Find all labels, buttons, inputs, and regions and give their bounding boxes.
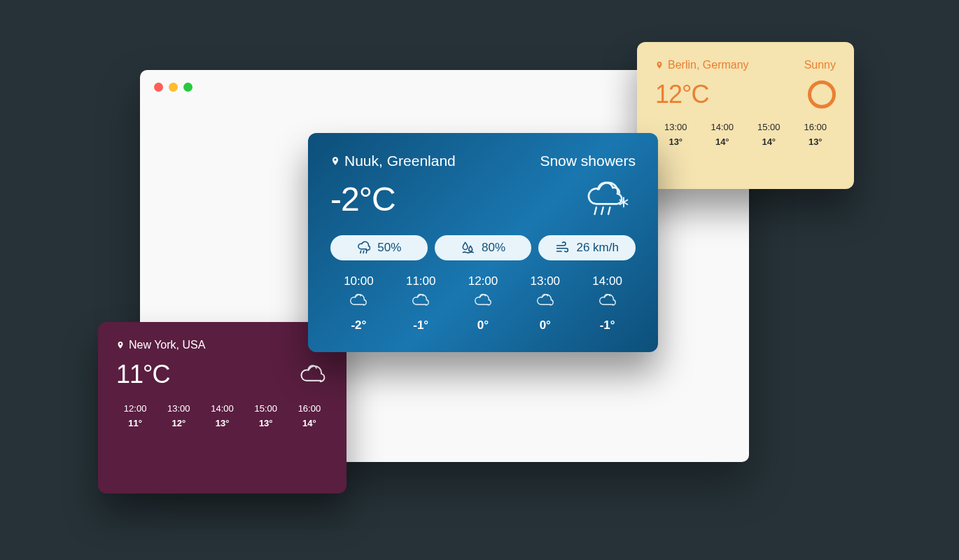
rain-icon: [356, 241, 370, 255]
current-temp: -2°C: [330, 180, 396, 218]
maximize-icon[interactable]: [183, 83, 192, 92]
hour-temp: 13°: [203, 418, 241, 428]
hour-slot: 13:0013°: [655, 122, 696, 147]
hour-slot: 12:0011°: [116, 403, 154, 428]
hour-time: 14:00: [702, 122, 743, 132]
hour-temp: 14°: [748, 136, 790, 147]
hour-slot: 10:00-2°: [330, 274, 387, 332]
weather-card-berlin: Berlin, Germany Sunny 12°C 13:0013° 14:0…: [637, 42, 854, 189]
hour-time: 12:00: [116, 403, 154, 414]
hour-slot: 12:000°: [455, 274, 512, 332]
hour-temp: 13°: [247, 418, 285, 428]
hour-slot: 14:00-1°: [579, 274, 636, 332]
hour-slot: 14:0014°: [702, 122, 743, 147]
humidity-value: 80%: [482, 241, 505, 255]
hour-time: 12:00: [455, 274, 512, 288]
hour-temp: 14°: [290, 418, 328, 428]
cloud-icon: [348, 293, 369, 308]
hour-temp: -2°: [330, 318, 387, 332]
hour-time: 16:00: [795, 122, 836, 132]
condition-label: Sunny: [804, 59, 836, 71]
hour-temp: 0°: [455, 318, 512, 332]
sun-icon: [808, 80, 836, 108]
location: New York, USA: [116, 339, 205, 351]
close-icon[interactable]: [154, 83, 163, 92]
hour-temp: 12°: [160, 418, 197, 428]
hour-slot: 16:0014°: [290, 403, 328, 428]
pin-icon: [330, 155, 340, 167]
precip-pill: 50%: [330, 235, 428, 260]
hour-time: 13:00: [655, 122, 696, 132]
hour-time: 16:00: [290, 403, 328, 414]
current-temp: 12°C: [655, 80, 708, 109]
hour-temp: -1°: [579, 318, 636, 332]
hourly-forecast: 10:00-2° 11:00-1° 12:000° 13:000° 14:00-…: [330, 274, 636, 332]
hour-temp: 0°: [517, 318, 573, 332]
hour-slot: 13:0012°: [160, 403, 197, 428]
pin-icon: [116, 340, 125, 351]
condition-label: Snow showers: [540, 153, 636, 169]
hour-slot: 13:000°: [517, 274, 573, 332]
cloud-icon: [597, 293, 618, 308]
hour-slot: 15:0013°: [247, 403, 285, 428]
weather-card-nuuk: Nuuk, Greenland Snow showers -2°C 50% 80…: [308, 133, 658, 352]
hour-time: 15:00: [247, 403, 285, 414]
hour-slot: 11:00-1°: [393, 274, 449, 332]
hour-temp: 11°: [116, 418, 154, 428]
hour-time: 11:00: [393, 274, 449, 288]
hour-time: 13:00: [517, 274, 573, 288]
wind-pill: 26 km/h: [538, 235, 636, 260]
humidity-icon: [461, 241, 475, 255]
cloud-icon: [410, 293, 431, 308]
location-label: New York, USA: [129, 339, 205, 351]
hourly-forecast: 12:0011° 13:0012° 14:0013° 15:0013° 16:0…: [116, 403, 328, 428]
cloud-icon: [472, 293, 493, 308]
snow-shower-icon: [581, 178, 636, 220]
hour-time: 14:00: [203, 403, 241, 414]
wind-icon: [555, 241, 569, 255]
hour-slot: 16:0013°: [795, 122, 836, 147]
hour-slot: 15:0014°: [748, 122, 790, 147]
precip-value: 50%: [377, 241, 401, 255]
hour-time: 14:00: [579, 274, 636, 288]
current-temp: 11°C: [116, 360, 169, 389]
location: Nuuk, Greenland: [330, 153, 456, 169]
hour-slot: 14:0013°: [203, 403, 241, 428]
minimize-icon[interactable]: [169, 83, 178, 92]
hour-temp: 13°: [655, 136, 696, 147]
location-label: Nuuk, Greenland: [344, 153, 456, 169]
location: Berlin, Germany: [655, 59, 749, 71]
hour-temp: 14°: [702, 136, 743, 147]
wind-value: 26 km/h: [576, 241, 618, 255]
hour-time: 10:00: [330, 274, 387, 288]
hour-time: 13:00: [160, 403, 197, 414]
cloud-icon: [298, 362, 328, 387]
cloud-icon: [535, 293, 556, 308]
humidity-pill: 80%: [435, 235, 532, 260]
hour-temp: 13°: [795, 136, 836, 147]
hourly-forecast: 13:0013° 14:0014° 15:0014° 16:0013°: [655, 122, 836, 147]
pin-icon: [655, 59, 664, 71]
hour-temp: -1°: [393, 318, 449, 332]
hour-time: 15:00: [748, 122, 790, 132]
stats-row: 50% 80% 26 km/h: [330, 235, 636, 260]
location-label: Berlin, Germany: [668, 59, 749, 71]
